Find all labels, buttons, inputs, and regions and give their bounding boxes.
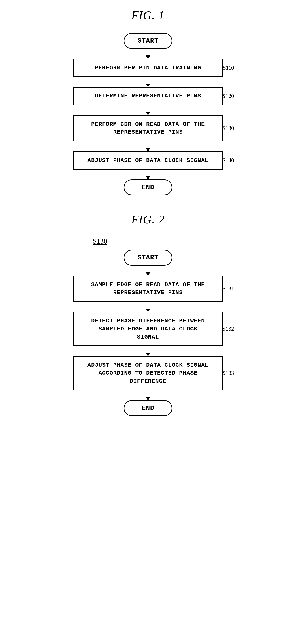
fig1-step-s120-box: DETERMINE REPRESENTATIVE PINS xyxy=(73,87,223,105)
fig2-step-s133-box: ADJUST PHASE OF DATA CLOCK SIGNAL ACCORD… xyxy=(73,356,223,390)
page-container: FIG. 1 START PERFORM PER PIN DATA TRAINI… xyxy=(4,9,292,416)
fig2-flowchart: FIG. 2 S130 START SAMPLE EDGE OF READ DA… xyxy=(49,213,247,416)
arrow-1 xyxy=(148,49,148,59)
fig1-start-terminal: START xyxy=(124,33,172,49)
fig2-start-terminal: START xyxy=(124,250,172,266)
fig2-step-s132-row: DETECT PHASE DIFFERENCE BETWEEN SAMPLED … xyxy=(49,312,247,346)
fig1-label-s130: S130 xyxy=(223,125,234,132)
fig1-start-row: START xyxy=(49,33,247,49)
fig2-title: FIG. 2 xyxy=(131,213,165,226)
fig2-label-s133: S133 xyxy=(223,370,234,376)
fig2-sub-label: S130 xyxy=(93,237,107,245)
fig1-step-s110-box: PERFORM PER PIN DATA TRAINING xyxy=(73,59,223,77)
fig2-step-s131-row: SAMPLE EDGE OF READ DATA OF THE REPRESEN… xyxy=(49,276,247,302)
arrow-7 xyxy=(148,302,148,312)
fig1-step-s140-box: ADJUST PHASE OF DATA CLOCK SIGNAL xyxy=(73,152,223,170)
arrow-3 xyxy=(148,105,148,115)
fig1-step-s130-box: PERFORM CDR ON READ DATA OF THE REPRESEN… xyxy=(73,115,223,142)
fig2-label-s132: S132 xyxy=(223,326,234,332)
arrow-5 xyxy=(148,170,148,180)
fig1-end-row: END xyxy=(49,180,247,195)
fig2-end-row: END xyxy=(49,400,247,416)
arrow-8 xyxy=(148,346,148,356)
fig1-step-s130-row: PERFORM CDR ON READ DATA OF THE REPRESEN… xyxy=(49,115,247,142)
fig1-step-s110-row: PERFORM PER PIN DATA TRAINING S110 xyxy=(49,59,247,77)
fig1-end-terminal: END xyxy=(124,180,172,195)
fig1-label-s110: S110 xyxy=(223,64,234,71)
fig2-step-s131-box: SAMPLE EDGE OF READ DATA OF THE REPRESEN… xyxy=(73,276,223,302)
fig1-step-s120-row: DETERMINE REPRESENTATIVE PINS S120 xyxy=(49,87,247,105)
fig1-label-s120: S120 xyxy=(223,93,234,100)
arrow-2 xyxy=(148,77,148,87)
arrow-9 xyxy=(148,390,148,400)
arrow-6 xyxy=(148,266,148,276)
fig1-step-s140-row: ADJUST PHASE OF DATA CLOCK SIGNAL S140 xyxy=(49,152,247,170)
fig1-flowchart: FIG. 1 START PERFORM PER PIN DATA TRAINI… xyxy=(49,9,247,195)
fig1-label-s140: S140 xyxy=(223,157,234,164)
arrow-4 xyxy=(148,142,148,152)
fig2-step-s132-box: DETECT PHASE DIFFERENCE BETWEEN SAMPLED … xyxy=(73,312,223,346)
fig2-start-row: START xyxy=(49,250,247,266)
fig2-step-s133-row: ADJUST PHASE OF DATA CLOCK SIGNAL ACCORD… xyxy=(49,356,247,390)
fig2-container: FIG. 2 S130 START SAMPLE EDGE OF READ DA… xyxy=(4,213,292,416)
fig2-label-s131: S131 xyxy=(223,285,234,292)
fig1-title: FIG. 1 xyxy=(131,9,165,22)
fig2-end-terminal: END xyxy=(124,400,172,416)
